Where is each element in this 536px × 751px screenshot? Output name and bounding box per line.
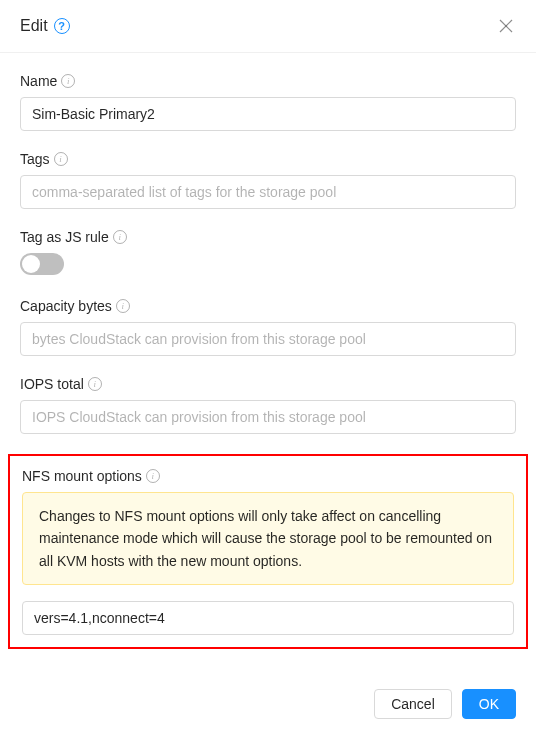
js-rule-toggle[interactable] (20, 253, 64, 275)
close-button[interactable] (496, 16, 516, 36)
js-rule-label: Tag as JS rule i (20, 229, 516, 245)
capacity-group: Capacity bytes i (20, 298, 516, 356)
nfs-highlighted-section: NFS mount options i Changes to NFS mount… (8, 454, 528, 649)
close-icon (499, 19, 513, 33)
capacity-label-text: Capacity bytes (20, 298, 112, 314)
cancel-button[interactable]: Cancel (374, 689, 452, 719)
ok-button[interactable]: OK (462, 689, 516, 719)
capacity-input[interactable] (20, 322, 516, 356)
tags-label: Tags i (20, 151, 516, 167)
info-icon[interactable]: i (61, 74, 75, 88)
info-icon[interactable]: i (88, 377, 102, 391)
name-group: Name i (20, 73, 516, 131)
iops-group: IOPS total i (20, 376, 516, 434)
js-rule-label-text: Tag as JS rule (20, 229, 109, 245)
tags-input[interactable] (20, 175, 516, 209)
info-icon[interactable]: i (116, 299, 130, 313)
nfs-warning-alert: Changes to NFS mount options will only t… (22, 492, 514, 585)
name-label-text: Name (20, 73, 57, 89)
info-icon[interactable]: i (54, 152, 68, 166)
info-icon[interactable]: i (113, 230, 127, 244)
dialog-body: Name i Tags i Tag as JS rule i Capacity … (0, 53, 536, 689)
js-rule-group: Tag as JS rule i (20, 229, 516, 278)
iops-label-text: IOPS total (20, 376, 84, 392)
tags-group: Tags i (20, 151, 516, 209)
capacity-label: Capacity bytes i (20, 298, 516, 314)
dialog-title: Edit ? (20, 17, 70, 35)
name-input[interactable] (20, 97, 516, 131)
dialog-footer: Cancel OK (0, 689, 536, 739)
nfs-label-text: NFS mount options (22, 468, 142, 484)
tags-label-text: Tags (20, 151, 50, 167)
dialog-header: Edit ? (0, 0, 536, 53)
info-icon[interactable]: i (146, 469, 160, 483)
iops-label: IOPS total i (20, 376, 516, 392)
nfs-label: NFS mount options i (22, 468, 514, 484)
help-icon[interactable]: ? (54, 18, 70, 34)
dialog-title-text: Edit (20, 17, 48, 35)
name-label: Name i (20, 73, 516, 89)
nfs-input[interactable] (22, 601, 514, 635)
iops-input[interactable] (20, 400, 516, 434)
nfs-warning-text: Changes to NFS mount options will only t… (39, 508, 492, 569)
